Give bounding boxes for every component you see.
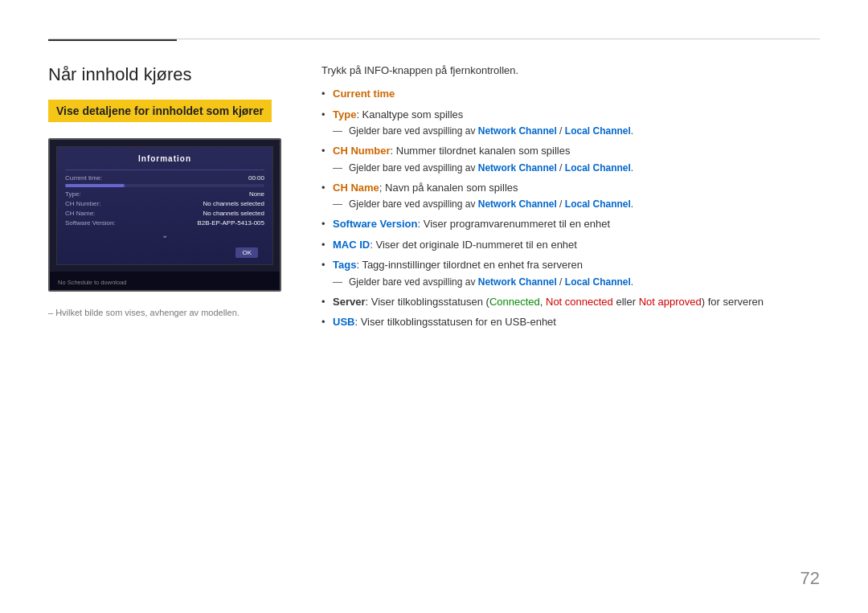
status-not-approved: Not approved xyxy=(639,296,702,308)
info-row-ch-number: CH Number: No channels selected xyxy=(65,198,264,208)
page-title: Når innhold kjøres xyxy=(48,64,289,85)
ch-name-label: CH Name xyxy=(333,182,379,194)
info-panel: Information Current time: 00:00 T xyxy=(57,147,272,264)
tags-rest: : Tagg-innstillinger tilordnet en enhet … xyxy=(356,259,583,271)
list-item-ch-number: CH Number: Nummer tilordnet kanalen som … xyxy=(321,143,820,175)
label-type: Type: xyxy=(65,190,81,198)
info-row-sw-version: Software Version: B2B-EP-APP-5413-005 xyxy=(65,218,264,227)
local-channel-1: Local Channel xyxy=(565,125,631,137)
type-label: Type xyxy=(333,108,356,121)
current-time-label: Current time xyxy=(333,88,395,100)
list-item-current-time: Current time xyxy=(321,86,820,102)
left-column: Når innhold kjøres Vise detaljene for in… xyxy=(48,64,289,335)
page-container: Når innhold kjøres Vise detaljene for in… xyxy=(0,0,868,613)
tags-label: Tags xyxy=(333,259,356,271)
value-ch-number: No channels selected xyxy=(203,200,265,207)
label-ch-number: CH Number: xyxy=(65,200,100,207)
usb-rest: : Viser tilkoblingsstatusen for en USB-e… xyxy=(354,316,556,328)
tags-sub: Gjelder bare ved avspilling av Network C… xyxy=(333,275,820,289)
content-wrapper: Når innhold kjøres Vise detaljene for in… xyxy=(48,64,820,335)
progress-bar-fill xyxy=(65,184,125,187)
status-not-connected: Not connected xyxy=(546,296,613,308)
network-channel-3: Network Channel xyxy=(478,198,557,210)
usb-label: USB xyxy=(333,316,354,328)
highlight-box: Vise detaljene for innholdet som kjører xyxy=(48,100,272,122)
ch-number-rest: : Nummer tilordnet kanalen som spilles xyxy=(391,145,571,157)
tv-bottom: No Schedule to download xyxy=(50,272,280,290)
network-channel-1: Network Channel xyxy=(478,125,557,137)
chevron-area: ⌄ xyxy=(65,227,264,243)
value-sw-version: B2B-EP-APP-5413-005 xyxy=(197,219,264,227)
local-channel-3: Local Channel xyxy=(565,198,631,210)
page-number: 72 xyxy=(800,568,820,589)
ch-number-label: CH Number xyxy=(333,145,391,157)
list-item-server: Server: Viser tilkoblingsstatusen (Conne… xyxy=(321,294,820,310)
local-channel-2: Local Channel xyxy=(565,162,631,174)
footer-note: – Hvilket bilde som vises, avhenger av m… xyxy=(48,308,289,317)
tv-inner: Information Current time: 00:00 T xyxy=(56,146,273,265)
info-divider-top xyxy=(65,170,264,170)
value-current-time: 00:00 xyxy=(248,174,264,182)
top-rule xyxy=(48,39,820,39)
ch-number-sub: Gjelder bare ved avspilling av Network C… xyxy=(333,161,820,175)
tv-screen: Information Current time: 00:00 T xyxy=(48,138,281,292)
list-item-type: Type: Kanaltype som spilles Gjelder bare… xyxy=(321,107,820,139)
mac-id-rest: : Viser det originale ID-nummeret til en… xyxy=(370,239,577,251)
ok-btn-area: OK xyxy=(65,243,264,261)
sw-version-label: Software Version xyxy=(333,218,417,230)
value-type: None xyxy=(249,190,264,198)
ch-name-rest: ; Navn på kanalen som spilles xyxy=(379,182,518,194)
ch-name-sub: Gjelder bare ved avspilling av Network C… xyxy=(333,197,820,211)
type-sub-item: Gjelder bare ved avspilling av Network C… xyxy=(333,124,820,138)
mac-id-label: MAC ID xyxy=(333,239,370,251)
value-ch-name: No channels selected xyxy=(203,210,265,217)
local-channel-4: Local Channel xyxy=(565,276,631,288)
info-progress-row xyxy=(65,182,264,189)
tv-bottom-text: No Schedule to download xyxy=(58,279,126,286)
status-connected: Connected xyxy=(489,296,540,308)
label-ch-name: CH Name: xyxy=(65,210,95,217)
type-rest: : Kanaltype som spilles xyxy=(356,108,463,121)
right-column: Trykk på INFO-knappen på fjernkontrollen… xyxy=(321,64,820,335)
label-current-time: Current time: xyxy=(65,174,102,182)
network-channel-4: Network Channel xyxy=(478,276,557,288)
list-item-ch-name: CH Name; Navn på kanalen som spilles Gje… xyxy=(321,180,820,212)
tags-sub-item: Gjelder bare ved avspilling av Network C… xyxy=(333,275,820,289)
ch-name-sub-item: Gjelder bare ved avspilling av Network C… xyxy=(333,197,820,211)
server-label-bold: Server xyxy=(333,296,365,308)
bullet-list: Current time Type: Kanaltype som spilles… xyxy=(321,86,820,330)
ok-button[interactable]: OK xyxy=(235,247,258,258)
list-item-usb: USB: Viser tilkoblingsstatusen for en US… xyxy=(321,314,820,330)
ch-number-sub-item: Gjelder bare ved avspilling av Network C… xyxy=(333,161,820,175)
info-row-current-time: Current time: 00:00 xyxy=(65,173,264,182)
list-item-tags: Tags: Tagg-innstillinger tilordnet en en… xyxy=(321,257,820,289)
info-row-ch-name: CH Name: No channels selected xyxy=(65,208,264,218)
sw-version-rest: : Viser programvarenummeret til en enhet xyxy=(417,218,610,230)
info-panel-title: Information xyxy=(65,152,264,167)
intro-text: Trykk på INFO-knappen på fjernkontrollen… xyxy=(321,64,820,76)
server-rest: : Viser tilkoblingsstatusen (Connected, … xyxy=(365,296,764,308)
network-channel-2: Network Channel xyxy=(478,162,557,174)
list-item-sw-version: Software Version: Viser programvarenumme… xyxy=(321,216,820,232)
info-row-type: Type: None xyxy=(65,189,264,198)
type-sub: Gjelder bare ved avspilling av Network C… xyxy=(333,124,820,138)
progress-bar-container xyxy=(65,184,264,187)
list-item-mac-id: MAC ID: Viser det originale ID-nummeret … xyxy=(321,237,820,253)
label-sw-version: Software Version: xyxy=(65,219,116,227)
